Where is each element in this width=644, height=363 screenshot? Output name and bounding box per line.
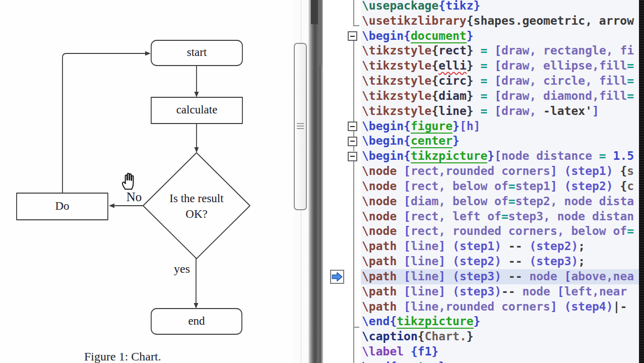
code-token: \tikzstyle — [362, 44, 431, 57]
code-token: line — [438, 104, 466, 117]
code-token: \path — [362, 239, 404, 253]
code-line[interactable]: \node [rect, rounded corners, below of= — [361, 224, 639, 239]
code-token: (step4) — [564, 300, 613, 313]
code-token: ] — [592, 104, 599, 117]
code-token: \label — [362, 345, 411, 358]
editor-pane[interactable]: \usepackage{tikz}\usetikzlibrary{shapes.… — [323, 0, 639, 363]
code-token: shapes.geometric, arrow — [474, 14, 634, 27]
splitter-shadow — [318, 0, 322, 66]
code-line[interactable]: \end{tikzpicture} — [361, 314, 639, 329]
code-token: [ — [494, 149, 501, 162]
code-line[interactable]: \label {f1} — [361, 344, 639, 359]
code-token: (step3) — [453, 270, 501, 283]
code-token: [ — [494, 59, 501, 72]
code-line[interactable]: \path [line] (step2) -- (step3); — [361, 254, 639, 269]
code-token: ] — [438, 285, 445, 298]
code-line[interactable]: \tikzstyle{elli} = [draw, ellipse,fill= — [361, 58, 639, 74]
code-token: line — [411, 285, 438, 298]
code-token: [ — [404, 285, 411, 298]
window-splitter[interactable] — [308, 0, 323, 363]
code-line[interactable]: \begin{center} — [361, 134, 639, 149]
code-token: [ — [494, 74, 501, 87]
code-token: [ — [404, 239, 411, 253]
code-token — [487, 89, 494, 102]
code-token: node — [523, 285, 550, 298]
code-line[interactable]: \path [line,rounded corners] (step4)|- — [361, 299, 639, 315]
code-line[interactable]: \path [line] (step3) -- node [above,nea — [361, 269, 639, 284]
fold-minus-icon — [350, 126, 355, 127]
code-line[interactable]: \caption{Chart.} — [361, 329, 639, 344]
code-token: } — [467, 104, 481, 117]
code-line[interactable]: \begin{document} — [361, 29, 639, 44]
code-token: \begin{ — [362, 119, 411, 133]
code-token — [445, 270, 453, 283]
code-line[interactable]: \node [rect,rounded corners] (step1) {s — [361, 164, 639, 179]
code-token: \tikzstyle — [362, 74, 431, 87]
code-token: -latex' — [543, 104, 592, 117]
code-line[interactable]: \end{center} — [361, 359, 639, 363]
code-line[interactable]: \path [line] (step3)-- node [left,near — [361, 284, 639, 299]
code-token: -- — [501, 270, 529, 283]
code-token: } — [467, 74, 481, 87]
code-token: draw, — [501, 104, 543, 117]
code-token: line — [411, 239, 438, 253]
pdf-scrollbar-thumb[interactable] — [294, 43, 307, 210]
code-token: -- — [501, 285, 523, 298]
fold-scope-line — [353, 328, 354, 363]
code-token: [ — [404, 195, 411, 208]
code-line[interactable]: \tikzstyle{circ} = [draw, circle, fill= — [361, 74, 639, 89]
flowchart-node-decision-line1: Is the result — [146, 192, 247, 205]
code-line[interactable]: \usepackage{tikz} — [361, 0, 639, 14]
code-token: \end{ — [362, 315, 397, 328]
fold-marker[interactable] — [348, 122, 357, 131]
code-line[interactable]: \begin{tikzpicture}[node distance = 1.5 — [361, 149, 639, 164]
code-token: = — [627, 89, 634, 102]
fold-scope-line — [353, 41, 354, 122]
code-line[interactable]: \begin{figure}[h] — [361, 119, 639, 134]
code-token: } — [487, 149, 494, 162]
edge-label-yes: yes — [169, 262, 195, 276]
code-token: {f1} — [411, 345, 438, 358]
code-line[interactable]: \tikzstyle{diam} = [draw, diamond,fill= — [361, 89, 639, 104]
code-line[interactable]: \tikzstyle{rect} = [draw, rectangle, fi — [361, 43, 639, 58]
code-token: [ — [557, 285, 564, 298]
code-token: draw, diamond,fill — [501, 89, 627, 102]
code-token: ] — [550, 164, 557, 177]
current-line-marker — [330, 270, 344, 284]
code-token: [ — [404, 210, 411, 223]
code-line[interactable]: \node [rect, left of=step3, node distan — [361, 209, 639, 224]
fold-minus-icon — [350, 141, 355, 142]
flowchart-node-calculate: calculate — [151, 103, 242, 116]
code-token: = — [480, 74, 487, 87]
fold-marker[interactable] — [348, 31, 357, 41]
code-area[interactable]: \usepackage{tikz}\usetikzlibrary{shapes.… — [361, 0, 639, 363]
fold-marker[interactable] — [348, 137, 357, 146]
code-token: [ — [404, 179, 411, 193]
code-token — [550, 285, 557, 298]
code-line[interactable]: \node [rect, below of=step1] (step2) {c — [361, 179, 639, 194]
code-token: 1.5 — [613, 149, 634, 162]
code-token: } — [467, 44, 481, 57]
pdf-scrollbar[interactable] — [294, 0, 308, 363]
code-token: {tikz} — [438, 0, 480, 12]
code-line[interactable]: \tikzstyle{line} = [draw, -latex'] — [361, 104, 639, 119]
code-token: } — [467, 29, 474, 42]
fold-marker[interactable] — [348, 152, 357, 161]
code-token: step3, node distan — [508, 210, 634, 223]
code-line[interactable]: \usetikzlibrary{shapes.geometric, arrow — [361, 14, 639, 29]
code-token: center — [397, 360, 438, 363]
code-token: = — [627, 74, 634, 87]
code-token: tikzpicture — [397, 315, 473, 329]
code-line[interactable]: \node [diam, below of=step2, node dista — [361, 194, 639, 209]
code-line[interactable]: \path [line] (step1) -- (step2); — [361, 239, 639, 254]
code-token: center — [411, 134, 453, 148]
code-token: node distance — [501, 149, 599, 162]
code-token: line — [411, 270, 438, 283]
code-token: \node — [362, 164, 404, 177]
thumb-grip-icon — [297, 126, 304, 127]
code-token: (step3) — [453, 285, 501, 298]
code-token: } — [453, 134, 460, 147]
fold-scope-line — [353, 131, 354, 137]
pdf-preview-pane[interactable]: start calculate Is the result OK? Do end… — [0, 0, 294, 363]
arrow-right-icon — [331, 271, 343, 283]
